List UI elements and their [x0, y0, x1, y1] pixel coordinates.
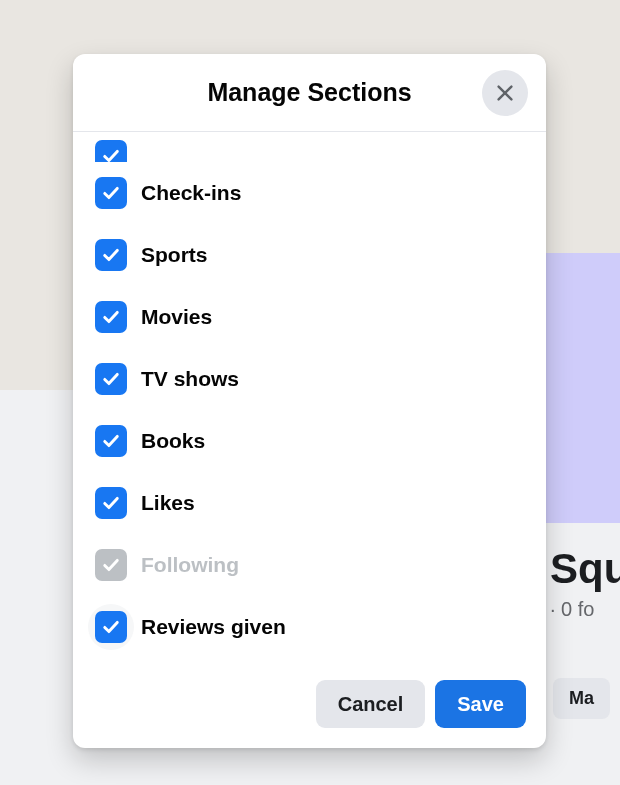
section-label: Check-ins	[141, 181, 241, 205]
section-checkbox[interactable]	[95, 239, 127, 271]
section-checkbox[interactable]	[95, 487, 127, 519]
section-label: Following	[141, 553, 239, 577]
dialog-footer: Cancel Save	[73, 666, 546, 748]
section-label: Sports	[141, 243, 208, 267]
dialog-title: Manage Sections	[207, 78, 411, 107]
page-button-fragment: Ma	[553, 678, 610, 719]
section-checkbox[interactable]	[95, 363, 127, 395]
section-row[interactable]: Sports	[95, 224, 524, 286]
check-icon	[101, 431, 121, 451]
checkbox-focus-ring	[88, 604, 134, 650]
page-subtitle-fragment: · 0 fo	[550, 598, 594, 621]
section-row: Following	[95, 534, 524, 596]
section-checkbox[interactable]	[95, 140, 127, 162]
section-row[interactable]: Movies	[95, 286, 524, 348]
section-label: Likes	[141, 491, 195, 515]
section-row[interactable]	[95, 132, 524, 162]
section-label: Movies	[141, 305, 212, 329]
section-list: Check-insSportsMoviesTV showsBooksLikesF…	[95, 132, 524, 658]
check-icon	[101, 555, 121, 575]
cancel-button[interactable]: Cancel	[316, 680, 426, 728]
check-icon	[101, 183, 121, 203]
section-row[interactable]: TV shows	[95, 348, 524, 410]
section-checkbox[interactable]	[95, 425, 127, 457]
dialog-body: Check-insSportsMoviesTV showsBooksLikesF…	[73, 132, 546, 666]
section-checkbox	[95, 549, 127, 581]
check-icon	[101, 617, 121, 637]
section-row[interactable]: Reviews given	[95, 596, 524, 658]
check-icon	[101, 493, 121, 513]
section-label: Reviews given	[141, 615, 286, 639]
close-button[interactable]	[482, 70, 528, 116]
section-row[interactable]: Books	[95, 410, 524, 472]
section-label: Books	[141, 429, 205, 453]
section-label: TV shows	[141, 367, 239, 391]
check-icon	[101, 245, 121, 265]
section-checkbox[interactable]	[95, 177, 127, 209]
section-row[interactable]: Check-ins	[95, 162, 524, 224]
manage-sections-dialog: Manage Sections Check-insSportsMoviesTV …	[73, 54, 546, 748]
check-icon	[101, 307, 121, 327]
section-checkbox[interactable]	[95, 301, 127, 333]
page-title-fragment: Squ	[550, 545, 620, 593]
section-row[interactable]: Likes	[95, 472, 524, 534]
check-icon	[101, 146, 121, 162]
dialog-header: Manage Sections	[73, 54, 546, 132]
check-icon	[101, 369, 121, 389]
section-checkbox[interactable]	[95, 611, 127, 643]
close-icon	[494, 82, 516, 104]
save-button[interactable]: Save	[435, 680, 526, 728]
